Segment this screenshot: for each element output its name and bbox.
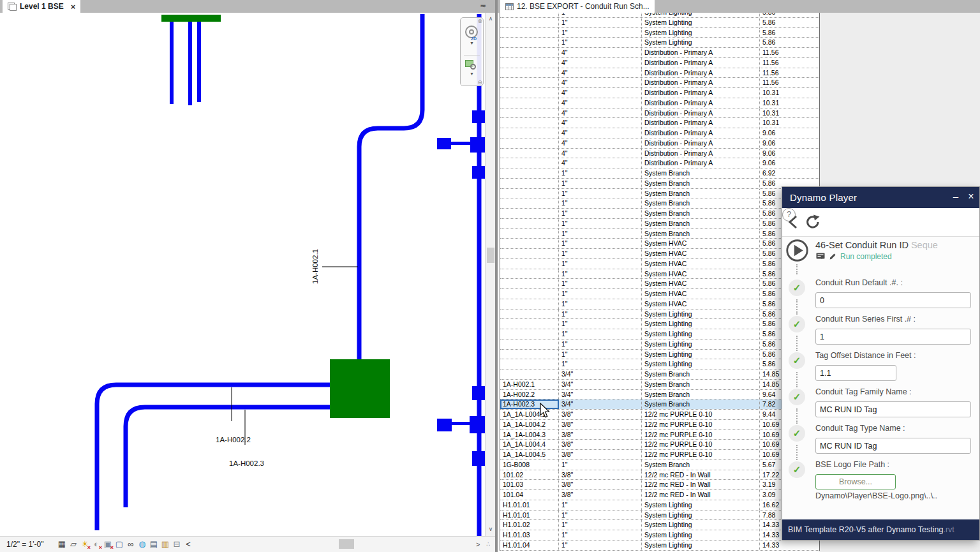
table-cell[interactable]: 1" [559,329,642,339]
table-cell[interactable]: 1" [559,259,642,269]
table-cell[interactable]: 5.86 [760,38,819,47]
table-cell[interactable]: System Lighting [642,319,760,329]
table-cell[interactable] [500,329,559,339]
table-row[interactable]: 1"System Branch5.86 [500,219,819,229]
detail-level-icon[interactable]: ▦ [56,537,68,552]
table-cell[interactable]: Distribution - Primary A [642,118,760,128]
table-cell[interactable]: 1A_1A-L004.2 [500,420,559,429]
table-cell[interactable]: 101.02 [500,470,559,480]
conduit-fitting[interactable] [470,416,485,433]
table-row[interactable]: H1.01.011"System Lighting7.88 [500,511,819,521]
table-cell[interactable]: 3/4" [559,399,642,409]
table-cell[interactable]: 1G-B008 [500,460,559,470]
table-cell[interactable]: 1A-H002.2 [500,390,559,399]
table-row[interactable]: 1"System Branch5.86 [500,198,819,209]
table-cell[interactable]: 9.06 [760,138,819,148]
browse-button[interactable]: Browse... [815,474,896,489]
table-cell[interactable] [500,198,559,208]
table-row[interactable]: 1"System Lighting5.86 [500,310,819,320]
table-row[interactable]: 1"System Branch5.86 [500,209,819,219]
table-cell[interactable]: 3/8" [559,410,642,419]
table-row[interactable]: 4"Distribution - Primary A10.31 [500,108,819,119]
table-cell[interactable]: System Branch [642,189,760,198]
table-cell[interactable] [500,189,559,198]
table-cell[interactable] [500,359,559,369]
conduit-branch[interactable] [451,142,472,145]
table-cell[interactable]: 1A_1A-L004.5 [500,450,559,459]
table-cell[interactable]: 3/8" [559,420,642,429]
table-cell[interactable]: Distribution - Primary A [642,68,760,78]
table-cell[interactable]: Distribution - Primary A [642,78,760,87]
table-row[interactable]: 4"Distribution - Primary A10.31 [500,118,819,128]
table-cell[interactable]: System Lighting [642,350,760,359]
table-cell[interactable]: 1" [559,299,642,309]
table-cell[interactable]: 1A-H002.1 [500,380,559,389]
table-cell[interactable]: 10.31 [760,108,819,118]
canvas-vertical-scrollbar[interactable]: ∧ ∨ [485,13,495,536]
table-cell[interactable]: 4" [559,149,642,158]
table-cell[interactable]: System HVAC [642,299,760,309]
table-cell[interactable]: 3/4" [559,380,642,389]
conduit-fitting[interactable] [472,110,485,123]
table-cell[interactable]: 1" [559,239,642,248]
table-cell[interactable]: System Lighting [642,359,760,369]
table-cell[interactable]: 3/8" [559,480,642,489]
table-cell[interactable] [500,68,559,78]
table-cell[interactable] [500,118,559,128]
conduit-fitting[interactable] [472,451,485,466]
table-row[interactable]: 1A_1A-L004.33/8"12/2 mc PURPLE 0-1010.69 [500,430,819,440]
table-cell[interactable]: Distribution - Primary A [642,108,760,118]
table-cell[interactable] [500,138,559,148]
table-cell[interactable] [500,239,559,248]
table-cell[interactable]: 4" [559,68,642,78]
table-cell[interactable]: System HVAC [642,289,760,299]
table-cell[interactable] [500,339,559,349]
table-row[interactable]: 101.043/8"12/2 mc RED - In Wall3.09 [500,490,819,500]
hide-isolate-icon[interactable]: ∞ [125,537,137,552]
table-cell[interactable]: 1" [559,520,642,530]
table-cell[interactable]: System Branch [642,390,760,399]
table-cell[interactable]: 9.06 [760,158,819,168]
table-cell[interactable]: 4" [559,78,642,87]
table-cell[interactable] [500,18,559,27]
table-cell[interactable]: 9.06 [760,149,819,158]
table-cell[interactable]: 1" [559,189,642,198]
conduit-stub-1[interactable] [170,22,174,104]
conduit-fitting[interactable] [437,419,452,431]
table-row[interactable]: 1"System HVAC5.86 [500,239,819,249]
table-row[interactable]: 1A_1A-L004.43/8"12/2 mc PURPLE 0-1010.69 [500,440,819,450]
view-properties-icon[interactable]: ▤ [148,537,160,552]
table-cell[interactable]: 1" [559,511,642,520]
table-cell[interactable]: H1.01.03 [500,530,559,540]
table-cell[interactable] [500,128,559,138]
conduit-branch[interactable] [452,422,471,425]
wheel-dropdown-icon[interactable]: ▼ [470,41,474,45]
table-cell[interactable] [500,369,559,379]
table-cell[interactable]: 1" [559,168,642,178]
table-cell[interactable]: 3/8" [559,490,642,500]
table-cell[interactable] [500,158,559,168]
table-cell[interactable]: 6.92 [760,168,819,178]
table-row[interactable]: 1G-B0081"System Branch5.67 [500,460,819,470]
conduit-fitting[interactable] [470,137,485,153]
table-cell[interactable]: 12/2 mc PURPLE 0-10 [642,440,760,449]
table-cell[interactable]: System Branch [642,380,760,389]
tag-type-name-input[interactable] [815,438,971,454]
table-cell[interactable]: 1" [559,179,642,188]
table-cell[interactable]: 3/8" [559,450,642,459]
table-cell[interactable]: 1" [559,18,642,27]
table-cell[interactable] [500,38,559,47]
conduit-run-series-input[interactable] [815,329,971,345]
table-cell[interactable]: 12/2 mc RED - In Wall [642,470,760,480]
table-cell[interactable]: 1" [559,279,642,288]
table-row[interactable]: 1"System Lighting5.86 [500,359,819,369]
table-cell[interactable]: 1A_1A-L004.3 [500,430,559,440]
table-cell[interactable]: 12/2 mc PURPLE 0-10 [642,410,760,419]
minimize-button[interactable]: – [949,187,962,208]
refresh-button[interactable] [805,214,822,230]
table-cell[interactable]: 3/8" [559,470,642,480]
table-cell[interactable] [500,78,559,87]
navbar-collapse-icon[interactable]: ⊖ [477,79,482,86]
table-cell[interactable]: System HVAC [642,269,760,279]
table-cell[interactable]: H1.01.01 [500,500,559,510]
